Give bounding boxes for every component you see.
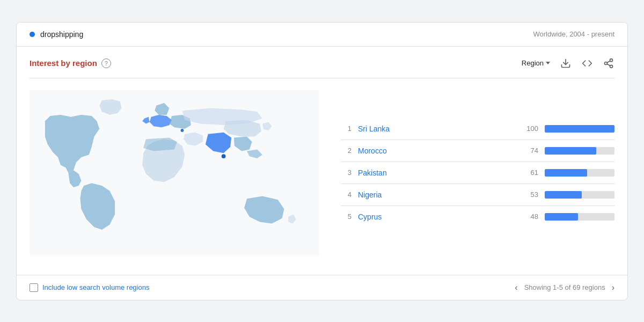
content-area: Interest by region ? Region — [17, 47, 627, 269]
low-volume-checkbox[interactable] — [30, 283, 38, 292]
keyword-dot — [30, 32, 35, 37]
main-content: 1 Sri Lanka 100 2 Morocco 74 3 Pakistan … — [30, 87, 614, 259]
rank-score: 48 — [522, 213, 538, 221]
bar-background — [545, 213, 614, 221]
country-name[interactable]: Morocco — [358, 147, 516, 155]
toolbar: Region — [522, 57, 614, 69]
rank-number: 3 — [341, 169, 352, 177]
region-dropdown[interactable]: Region — [522, 59, 550, 67]
table-row: 5 Cyprus 48 — [341, 206, 614, 228]
header-keyword: dropshipping — [40, 30, 83, 39]
rankings-list: 1 Sri Lanka 100 2 Morocco 74 3 Pakistan … — [341, 87, 614, 259]
table-row: 4 Nigeria 53 — [341, 184, 614, 206]
embed-button[interactable] — [581, 57, 593, 69]
bar-fill — [545, 213, 578, 221]
chevron-down-icon — [546, 62, 550, 64]
section-title-group: Interest by region ? — [30, 58, 111, 68]
country-name[interactable]: Cyprus — [358, 213, 516, 221]
bar-background — [545, 125, 614, 133]
svg-line-4 — [607, 64, 610, 65]
country-name[interactable]: Nigeria — [358, 191, 516, 199]
header-meta: Worldwide, 2004 - present — [533, 30, 614, 38]
bar-background — [545, 169, 614, 177]
share-button[interactable] — [603, 57, 614, 69]
country-name[interactable]: Sri Lanka — [358, 125, 516, 133]
next-page-button[interactable]: › — [612, 283, 614, 292]
prev-page-button[interactable]: ‹ — [515, 283, 517, 292]
section-title: Interest by region — [30, 58, 97, 68]
rank-number: 4 — [341, 191, 352, 199]
map-container — [30, 87, 319, 259]
rank-score: 53 — [522, 191, 538, 199]
table-row: 2 Morocco 74 — [341, 140, 614, 162]
pagination: ‹ Showing 1-5 of 69 regions › — [515, 283, 614, 292]
table-row: 3 Pakistan 61 — [341, 162, 614, 184]
rank-score: 74 — [522, 147, 538, 155]
svg-point-7 — [181, 129, 184, 132]
pagination-text: Showing 1-5 of 69 regions — [524, 283, 605, 291]
svg-point-8 — [222, 154, 226, 158]
bar-background — [545, 147, 614, 155]
bar-fill — [545, 191, 582, 199]
rank-score: 61 — [522, 169, 538, 177]
help-icon[interactable]: ? — [101, 58, 111, 68]
bar-fill — [545, 125, 614, 133]
section-header: Interest by region ? Region — [30, 57, 614, 69]
region-label: Region — [522, 59, 544, 67]
country-name[interactable]: Pakistan — [358, 169, 516, 177]
download-button[interactable] — [560, 57, 572, 69]
rank-number: 5 — [341, 213, 352, 221]
rank-number: 1 — [341, 125, 352, 133]
footer-bar: Include low search volume regions ‹ Show… — [17, 275, 627, 300]
rank-number: 2 — [341, 147, 352, 155]
world-map — [30, 87, 319, 259]
section-divider — [30, 78, 614, 78]
low-volume-checkbox-label[interactable]: Include low search volume regions — [30, 283, 149, 292]
bar-background — [545, 191, 614, 199]
rank-score: 100 — [522, 125, 538, 133]
svg-line-5 — [607, 61, 610, 62]
bar-fill — [545, 147, 596, 155]
table-row: 1 Sri Lanka 100 — [341, 118, 614, 140]
bar-fill — [545, 169, 587, 177]
main-card: dropshipping Worldwide, 2004 - present I… — [16, 22, 628, 301]
header-bar: dropshipping Worldwide, 2004 - present — [17, 23, 627, 47]
checkbox-text: Include low search volume regions — [42, 283, 149, 291]
header-left: dropshipping — [30, 30, 83, 39]
